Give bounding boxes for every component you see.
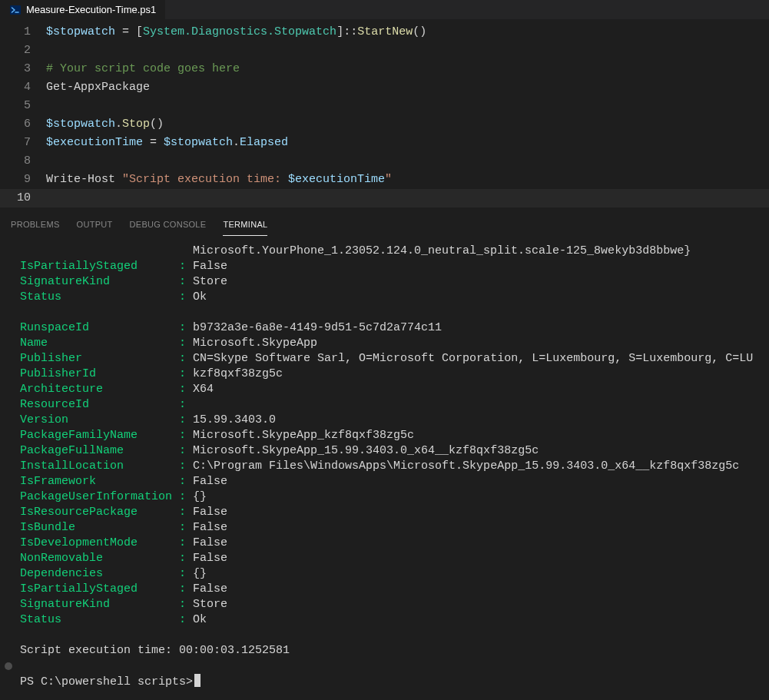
terminal-line: ResourceId : — [20, 397, 758, 413]
code-content: Get-AppxPackage — [46, 78, 150, 97]
code-line[interactable]: 5 — [0, 97, 769, 115]
terminal-line: Publisher : CN=Skype Software Sarl, O=Mi… — [20, 351, 758, 367]
terminal-line: IsFramework : False — [20, 474, 758, 489]
line-number: 2 — [0, 41, 46, 60]
terminal-line — [20, 659, 758, 674]
terminal-line: Script execution time: 00:00:03.1252581 — [20, 643, 758, 659]
tab-problems[interactable]: PROBLEMS — [11, 217, 60, 236]
code-line[interactable]: 2 — [0, 41, 769, 60]
code-line[interactable]: 6$stopwatch.Stop() — [0, 115, 769, 134]
tab-output[interactable]: OUTPUT — [77, 217, 113, 236]
terminal-line: RunspaceId : b9732a3e-6a8e-4149-9d51-5c7… — [20, 320, 758, 336]
terminal-line: SignatureKind : Store — [20, 597, 758, 612]
editor-tab-bar: Measure-Execution-Time.ps1 — [0, 0, 769, 20]
code-line[interactable]: 1$stopwatch = [System.Diagnostics.Stopwa… — [0, 23, 769, 41]
terminal-line: IsResourcePackage : False — [20, 505, 758, 520]
terminal-output[interactable]: Microsoft.YourPhone_1.23052.124.0_neutra… — [0, 236, 769, 690]
code-editor[interactable]: 1$stopwatch = [System.Diagnostics.Stopwa… — [0, 20, 769, 207]
line-number: 6 — [0, 115, 46, 134]
terminal-line: IsBundle : False — [20, 520, 758, 536]
line-number: 9 — [0, 171, 46, 189]
code-content: # Your script code goes here — [46, 60, 240, 78]
code-line[interactable]: 9Write-Host "Script execution time: $exe… — [0, 171, 769, 189]
tab-terminal[interactable]: TERMINAL — [223, 217, 267, 236]
line-number: 5 — [0, 97, 46, 115]
line-number: 8 — [0, 152, 46, 171]
code-line[interactable]: 8 — [0, 152, 769, 171]
terminal-line — [20, 628, 758, 643]
editor-tab-active[interactable]: Measure-Execution-Time.ps1 — [0, 0, 165, 19]
breakpoint-gutter-indicator[interactable] — [5, 662, 12, 670]
line-number: 3 — [0, 60, 46, 78]
terminal-line: PackageFullName : Microsoft.SkypeApp_15.… — [20, 443, 758, 459]
terminal-line: Name : Microsoft.SkypeApp — [20, 336, 758, 351]
line-number: 10 — [0, 189, 46, 207]
terminal-line: Status : Ok — [20, 612, 758, 628]
code-content: Write-Host "Script execution time: $exec… — [46, 171, 392, 189]
line-number: 7 — [0, 134, 46, 152]
terminal-line: PackageUserInformation : {} — [20, 489, 758, 505]
terminal-prompt[interactable]: PS C:\powershell scripts> — [20, 674, 758, 690]
terminal-line: Microsoft.YourPhone_1.23052.124.0_neutra… — [20, 244, 758, 259]
tab-debug-console[interactable]: DEBUG CONSOLE — [130, 217, 207, 236]
line-number: 4 — [0, 78, 46, 97]
terminal-line: SignatureKind : Store — [20, 274, 758, 290]
code-line[interactable]: 7$executionTime = $stopwatch.Elapsed — [0, 134, 769, 152]
code-content: $executionTime = $stopwatch.Elapsed — [46, 134, 288, 152]
editor-tab-filename: Measure-Execution-Time.ps1 — [26, 4, 156, 15]
code-content: $stopwatch = [System.Diagnostics.Stopwat… — [46, 23, 426, 41]
code-line[interactable]: 3# Your script code goes here — [0, 60, 769, 78]
code-content: $stopwatch.Stop() — [46, 115, 164, 134]
terminal-line: PackageFamilyName : Microsoft.SkypeApp_k… — [20, 428, 758, 443]
terminal-line: Dependencies : {} — [20, 566, 758, 582]
svg-rect-0 — [10, 5, 21, 15]
terminal-line: IsPartiallyStaged : False — [20, 582, 758, 597]
terminal-line: InstallLocation : C:\Program Files\Windo… — [20, 459, 758, 474]
terminal-line: IsDevelopmentMode : False — [20, 536, 758, 551]
code-line[interactable]: 10 — [0, 189, 769, 207]
terminal-line: Version : 15.99.3403.0 — [20, 413, 758, 428]
terminal-line: Status : Ok — [20, 290, 758, 305]
line-number: 1 — [0, 23, 46, 41]
terminal-line: Architecture : X64 — [20, 382, 758, 397]
terminal-line — [20, 305, 758, 320]
panel-tab-bar: PROBLEMS OUTPUT DEBUG CONSOLE TERMINAL — [0, 212, 769, 236]
terminal-line: PublisherId : kzf8qxf38zg5c — [20, 367, 758, 382]
code-line[interactable]: 4Get-AppxPackage — [0, 78, 769, 97]
terminal-cursor — [194, 674, 201, 687]
terminal-line: IsPartiallyStaged : False — [20, 259, 758, 274]
powershell-file-icon — [9, 4, 22, 16]
terminal-line: NonRemovable : False — [20, 551, 758, 566]
